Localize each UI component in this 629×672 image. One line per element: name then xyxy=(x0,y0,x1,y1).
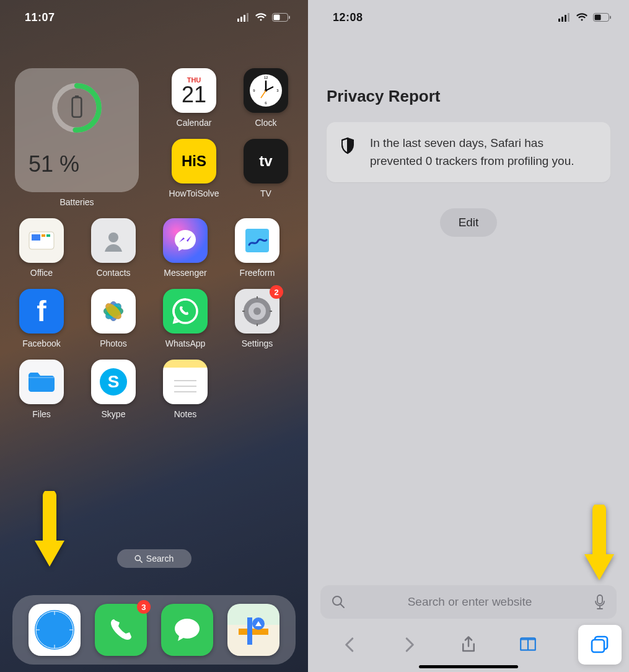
svg-rect-21 xyxy=(32,234,40,241)
settings-icon: 2 xyxy=(235,289,279,334)
whatsapp-icon xyxy=(163,289,208,334)
dock-messages[interactable] xyxy=(161,604,213,656)
dock-phone[interactable]: 3 xyxy=(95,604,147,656)
status-icons xyxy=(237,13,291,22)
app-calendar[interactable]: THU 21 Calendar xyxy=(167,68,221,128)
wifi-icon xyxy=(255,13,267,22)
svg-rect-59 xyxy=(565,15,566,22)
phone-badge: 3 xyxy=(137,600,151,614)
svg-rect-6 xyxy=(289,16,290,19)
status-time-right: 12:08 xyxy=(333,11,363,24)
status-time: 11:07 xyxy=(25,11,55,24)
svg-rect-22 xyxy=(42,234,45,237)
app-freeform[interactable]: Freeform xyxy=(231,218,284,278)
svg-rect-55 xyxy=(239,629,268,635)
shield-icon xyxy=(340,137,355,154)
his-icon: HiS xyxy=(172,139,216,183)
wifi-icon xyxy=(576,13,588,22)
share-button[interactable] xyxy=(453,629,484,660)
facebook-icon: f xyxy=(19,289,64,334)
app-notes[interactable]: Notes xyxy=(159,360,212,419)
app-contacts[interactable]: Contacts xyxy=(87,218,140,278)
app-settings[interactable]: 2 Settings xyxy=(231,289,284,348)
app-facebook[interactable]: f Facebook xyxy=(15,289,68,348)
appletv-icon: tv xyxy=(244,139,288,183)
dock-maps[interactable] xyxy=(227,604,279,656)
svg-rect-5 xyxy=(274,15,280,20)
app-whatsapp[interactable]: WhatsApp xyxy=(159,289,212,348)
status-bar-right: 12:08 xyxy=(308,0,629,35)
spotlight-search-pill[interactable]: Search xyxy=(117,549,191,568)
dock-safari[interactable] xyxy=(29,604,81,656)
microphone-icon[interactable] xyxy=(594,595,605,609)
svg-rect-2 xyxy=(244,15,245,22)
search-icon xyxy=(332,595,345,609)
svg-text:S: S xyxy=(108,372,120,391)
address-bar[interactable]: Search or enter website xyxy=(320,585,617,619)
bookmarks-button[interactable] xyxy=(512,629,543,660)
svg-point-37 xyxy=(253,307,261,315)
app-messenger[interactable]: Messenger xyxy=(159,218,212,278)
address-placeholder: Search or enter website xyxy=(354,595,586,609)
svg-rect-0 xyxy=(237,19,239,22)
tabs-icon xyxy=(589,634,610,655)
settings-badge: 2 xyxy=(270,285,283,299)
office-icon xyxy=(19,218,64,263)
svg-rect-23 xyxy=(46,234,50,237)
app-office[interactable]: Office xyxy=(15,218,68,278)
svg-rect-57 xyxy=(558,19,560,22)
svg-rect-9 xyxy=(73,97,82,117)
calendar-dom: 21 xyxy=(182,84,206,106)
home-indicator[interactable] xyxy=(419,665,518,668)
maps-icon xyxy=(235,611,272,648)
privacy-report-title: Privacy Report xyxy=(327,87,610,106)
cellular-icon xyxy=(237,13,250,22)
cellular-icon xyxy=(558,13,571,22)
files-icon xyxy=(19,360,64,404)
messages-bubble-icon xyxy=(171,614,203,646)
safari-panel: 12:08 Privacy Report In the last seven d… xyxy=(308,0,629,672)
app-tv[interactable]: tv TV xyxy=(239,139,293,198)
edit-button-label: Edit xyxy=(459,216,479,229)
tutorial-arrow-safari xyxy=(30,491,69,572)
calendar-icon: THU 21 xyxy=(172,68,216,113)
svg-rect-58 xyxy=(561,17,563,22)
battery-icon xyxy=(593,13,612,22)
contacts-icon xyxy=(91,218,136,263)
clock-icon: 12369 xyxy=(244,68,288,113)
battery-percent: 51 % xyxy=(29,151,125,177)
edit-button[interactable]: Edit xyxy=(440,208,497,237)
safari-icon xyxy=(32,608,77,652)
app-clock[interactable]: 12369 Clock xyxy=(239,68,293,128)
dock: 3 xyxy=(12,595,296,665)
svg-line-48 xyxy=(139,560,142,562)
tutorial-arrow-tabs xyxy=(579,505,619,585)
app-files[interactable]: Files xyxy=(15,360,68,419)
status-bar-left: 11:07 xyxy=(0,0,308,35)
app-photos[interactable]: Photos xyxy=(87,289,140,348)
app-skype[interactable]: S Skype xyxy=(87,360,140,419)
tabs-button[interactable] xyxy=(578,625,622,665)
forward-button[interactable] xyxy=(394,629,424,660)
svg-rect-63 xyxy=(610,16,611,19)
svg-rect-68 xyxy=(592,640,604,652)
battery-widget-label: Batteries xyxy=(59,197,94,207)
phone-handset-icon xyxy=(107,616,135,644)
photos-icon xyxy=(91,289,136,334)
svg-rect-60 xyxy=(568,13,570,22)
privacy-report-card[interactable]: In the last seven days, Safari has preve… xyxy=(327,122,610,182)
svg-rect-10 xyxy=(75,95,79,97)
battery-widget[interactable]: 51 % xyxy=(15,68,139,192)
messenger-icon xyxy=(163,218,208,263)
search-pill-label: Search xyxy=(146,554,174,564)
notes-icon xyxy=(163,360,208,404)
status-icons-right xyxy=(558,13,612,22)
svg-rect-1 xyxy=(240,17,242,22)
svg-text:12: 12 xyxy=(264,76,268,79)
app-howtoisolve[interactable]: HiS HowToiSolve xyxy=(167,139,221,198)
svg-rect-62 xyxy=(595,15,601,20)
search-icon xyxy=(134,555,143,563)
homescreen-panel: 11:07 51 % Batteries xyxy=(0,0,308,672)
back-button[interactable] xyxy=(335,629,366,660)
privacy-report-text: In the last seven days, Safari has preve… xyxy=(370,135,597,170)
